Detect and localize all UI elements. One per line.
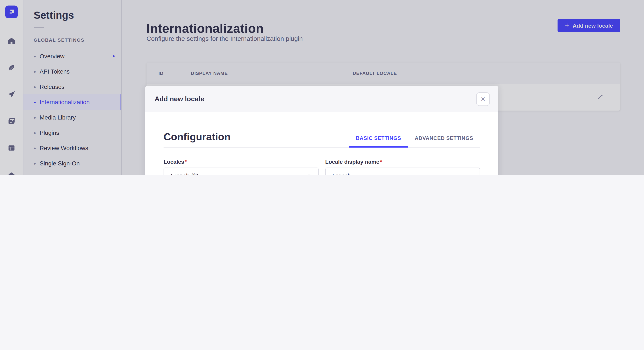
display-name-field: Locale display name* Locale will be disp…	[325, 159, 480, 175]
required-asterisk: *	[185, 159, 187, 165]
modal-title: Add new locale	[154, 95, 204, 103]
display-name-label-text: Locale display name	[325, 159, 379, 165]
tab-advanced-settings[interactable]: ADVANCED SETTINGS	[408, 135, 480, 147]
required-asterisk: *	[380, 159, 382, 165]
display-name-label: Locale display name*	[325, 159, 480, 165]
close-glyph: ✕	[480, 96, 485, 102]
display-name-input[interactable]	[332, 172, 473, 175]
modal-body: Configuration BASIC SETTINGS ADVANCED SE…	[145, 112, 498, 175]
settings-tabs: BASIC SETTINGS ADVANCED SETTINGS	[349, 135, 480, 147]
configuration-title: Configuration	[164, 131, 231, 147]
form-fields-row: Locales* French (fr) ▼ Locale display na…	[164, 159, 480, 175]
locales-select-value: French (fr)	[171, 172, 199, 175]
add-new-locale-modal: Add new locale ✕ Configuration BASIC SET…	[145, 86, 498, 175]
modal-header: Add new locale ✕	[145, 86, 498, 112]
chevron-down-icon: ▼	[307, 174, 311, 175]
locales-label-text: Locales	[164, 159, 184, 165]
locales-field: Locales* French (fr) ▼	[164, 159, 318, 175]
locales-select[interactable]: French (fr) ▼	[164, 168, 318, 175]
configuration-header-row: Configuration BASIC SETTINGS ADVANCED SE…	[164, 131, 480, 148]
display-name-control	[325, 168, 480, 175]
strapi-admin-app: KD Settings GLOBAL SETTINGS • Overview •…	[0, 0, 644, 175]
locales-label: Locales*	[164, 159, 318, 165]
tab-basic-settings[interactable]: BASIC SETTINGS	[349, 135, 408, 147]
close-icon[interactable]: ✕	[476, 92, 490, 106]
